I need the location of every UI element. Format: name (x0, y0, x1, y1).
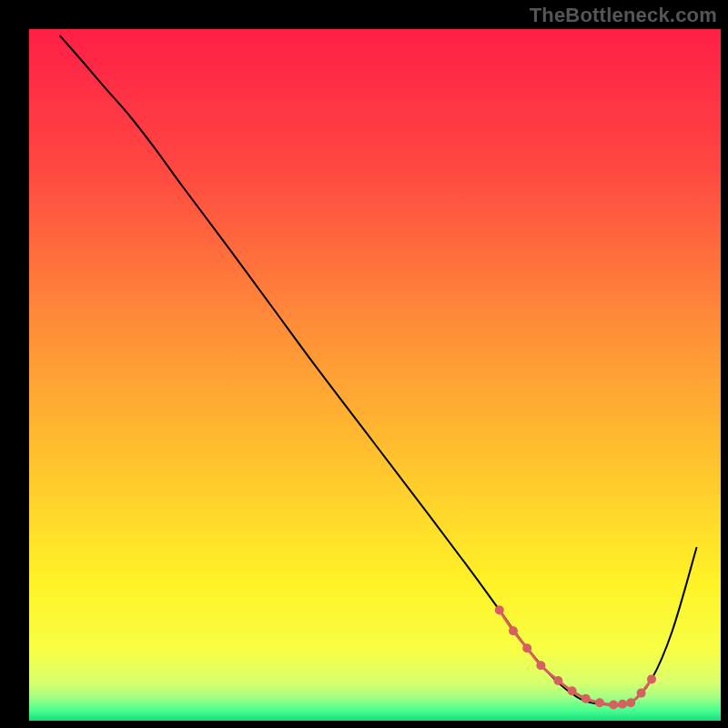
optimal-band-marker (509, 626, 518, 635)
optimal-band-marker (553, 676, 562, 685)
optimal-band-marker (609, 701, 618, 710)
bottleneck-chart (0, 0, 728, 728)
chart-frame: TheBottleneck.com (0, 0, 728, 728)
optimal-band-marker (595, 698, 604, 707)
optimal-band-marker (618, 700, 627, 709)
optimal-band-marker (626, 698, 635, 707)
optimal-band-marker (495, 605, 504, 614)
watermark-label: TheBottleneck.com (530, 4, 717, 27)
plot-background (29, 29, 721, 721)
optimal-band-marker (637, 689, 646, 698)
optimal-band-marker (647, 674, 656, 683)
optimal-band-marker (581, 694, 591, 703)
optimal-band-marker (568, 686, 577, 695)
optimal-band-marker (536, 661, 545, 670)
optimal-band-marker (522, 643, 531, 652)
